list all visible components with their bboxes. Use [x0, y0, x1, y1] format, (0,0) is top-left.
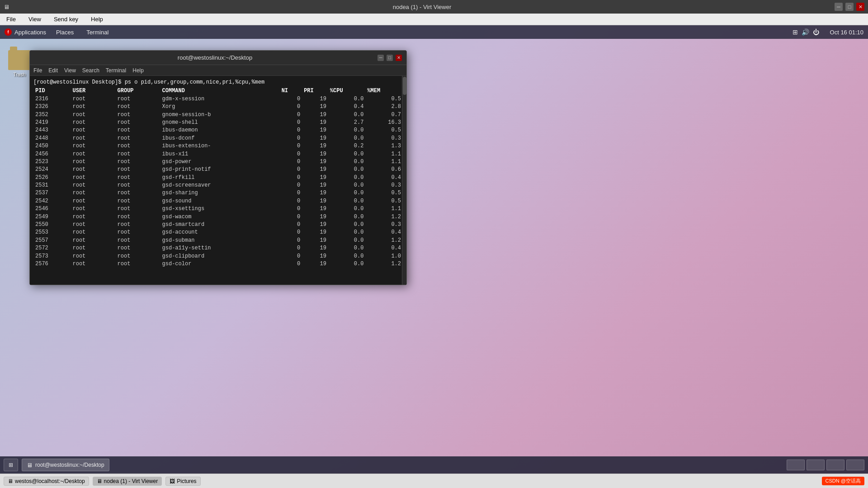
table-row: 2572rootrootgsd-a11y-settin0190.00.4	[33, 244, 403, 252]
table-row: 2456rootrootibus-x110190.01.1	[33, 150, 403, 158]
table-row: 2523rootrootgsd-power0190.01.1	[33, 158, 403, 166]
pictures-label: Pictures	[177, 478, 196, 484]
virt-task-label: nodea (1) - Virt Viewer	[104, 478, 158, 484]
show-desktop-icon: ⊞	[9, 462, 13, 468]
terminal-window-controls: ─ □ ✕	[377, 55, 402, 61]
table-row: 2537rootrootgsd-sharing0190.00.5	[33, 189, 403, 197]
panel-icons: ⊞ 🔊 ⏻	[793, 28, 819, 36]
window-controls: ─ □ ✕	[835, 3, 864, 11]
terminal-icon: 🖥	[8, 478, 13, 484]
indicator-box-4[interactable]	[846, 460, 864, 470]
applications-menu[interactable]: f Applications	[5, 28, 46, 36]
sendkey-menu[interactable]: Send key	[51, 15, 81, 23]
power-icon[interactable]: ⏻	[813, 28, 819, 36]
trash-label: Trash	[13, 72, 26, 77]
table-row: 2524rootrootgsd-print-notif0190.00.6	[33, 166, 403, 174]
col-header-mem: %MEM	[365, 87, 403, 95]
terminal-task-label: root@westoslinux:~/Desktop	[35, 462, 104, 468]
indicator-box-3[interactable]	[826, 460, 844, 470]
term-edit-menu[interactable]: Edit	[48, 67, 58, 74]
virt-viewer-menubar: File View Send key Help	[0, 14, 868, 25]
bottom-right: CSDN @空话高	[822, 477, 864, 485]
show-desktop-btn[interactable]: ⊞	[4, 459, 18, 471]
terminal-menu[interactable]: Terminal	[84, 28, 111, 37]
term-help-menu[interactable]: Help	[132, 67, 144, 74]
virt-icon: 🖥	[4, 4, 9, 10]
term-minimize-btn[interactable]: ─	[377, 55, 384, 61]
table-row: 2526rootrootgsd-rfkill0190.00.4	[33, 174, 403, 182]
col-header-ni: NI	[280, 87, 302, 95]
maximize-button[interactable]: □	[845, 3, 854, 11]
taskbar-indicators	[787, 460, 864, 470]
grid-icon[interactable]: ⊞	[793, 28, 798, 36]
terminal-task-icon: 🖥	[27, 462, 33, 469]
trash-icon-desktop[interactable]: Trash	[8, 50, 31, 77]
westos-label: westos@localhost:~/Desktop	[15, 478, 85, 484]
terminal-body[interactable]: [root@westoslinux Desktop]$ ps o pid,use…	[30, 76, 406, 285]
virt-viewer-window: 🖥 nodea (1) - Virt Viewer ─ □ ✕ File Vie…	[0, 0, 868, 488]
trash-folder-image	[8, 50, 31, 70]
col-header-pid: PID	[33, 87, 71, 95]
terminal-taskbar-item[interactable]: 🖥 root@westoslinux:~/Desktop	[22, 459, 109, 471]
table-row: 2542rootrootgsd-sound0190.00.5	[33, 197, 403, 205]
virt-viewer-title: nodea (1) - Virt Viewer	[9, 4, 835, 10]
guest-top-panel: f Applications Places Terminal ⊞ 🔊 ⏻ Oct…	[0, 25, 868, 39]
virt-viewer-taskbar: 🖥 westos@localhost:~/Desktop 🖥 nodea (1)…	[0, 474, 868, 488]
table-row: 2573rootrootgsd-clipboard0190.01.0	[33, 253, 403, 260]
table-row: 2448rootrootibus-dconf0190.00.3	[33, 135, 403, 142]
table-row: 2576rootrootgsd-color0190.01.2	[33, 260, 403, 268]
col-header-command: COMMAND	[160, 87, 280, 95]
table-row: 2450rootrootibus-extension-0190.21.3	[33, 142, 403, 150]
table-row: 2531rootrootgsd-screensaver0190.00.3	[33, 182, 403, 189]
table-row: 2550rootrootgsd-smartcard0190.00.3	[33, 221, 403, 229]
minimize-button[interactable]: ─	[835, 3, 843, 11]
indicator-box-1[interactable]	[787, 460, 805, 470]
virt-viewer-title-left: 🖥	[4, 4, 9, 10]
file-menu[interactable]: File	[4, 15, 19, 23]
virt-task-icon: 🖥	[97, 478, 102, 484]
col-header-group: GROUP	[116, 87, 160, 95]
guest-area: f Applications Places Terminal ⊞ 🔊 ⏻ Oct…	[0, 25, 868, 474]
terminal-menubar: File Edit View Search Terminal Help	[30, 65, 406, 76]
table-row: 2546rootrootgsd-xsettings0190.01.1	[33, 205, 403, 213]
clock: Oct 16 01:10	[830, 29, 863, 36]
places-menu[interactable]: Places	[53, 28, 76, 37]
terminal-prompt: [root@westoslinux Desktop]$ ps o pid,use…	[33, 79, 403, 86]
term-terminal-menu[interactable]: Terminal	[106, 67, 126, 74]
pictures-icon: 🖼	[170, 478, 175, 484]
term-view-menu[interactable]: View	[64, 67, 76, 74]
terminal-title: root@westoslinux:~/Desktop	[52, 54, 377, 61]
virt-viewer-taskbar-item[interactable]: 🖥 nodea (1) - Virt Viewer	[93, 477, 162, 486]
pictures-taskbar-item[interactable]: 🖼 Pictures	[165, 477, 200, 486]
terminal-scrollbar[interactable]	[402, 76, 406, 285]
westos-taskbar-item[interactable]: 🖥 westos@localhost:~/Desktop	[4, 477, 89, 486]
col-header-pri: PRI	[302, 87, 328, 95]
volume-icon[interactable]: 🔊	[802, 28, 809, 36]
col-header-user: USER	[71, 87, 116, 95]
table-row: 2326rootrootXorg0190.42.8	[33, 103, 403, 111]
table-row: 2352rootrootgnome-session-b0190.00.7	[33, 111, 403, 119]
scroll-thumb[interactable]	[403, 77, 406, 95]
table-row: 2443rootrootibus-daemon0190.00.5	[33, 127, 403, 134]
close-button[interactable]: ✕	[856, 3, 864, 11]
col-header-cpu: %CPU	[328, 87, 366, 95]
terminal-titlebar: root@westoslinux:~/Desktop ─ □ ✕	[30, 51, 406, 65]
applications-label[interactable]: Applications	[14, 29, 46, 36]
indicator-box-2[interactable]	[807, 460, 825, 470]
table-row: 2557rootrootgsd-subman0190.01.2	[33, 237, 403, 244]
term-search-menu[interactable]: Search	[82, 67, 99, 74]
table-row: 2549rootrootgsd-wacom0190.01.2	[33, 213, 403, 221]
term-close-btn[interactable]: ✕	[396, 55, 402, 61]
table-row: 2419rootrootgnome-shell0192.716.3	[33, 119, 403, 127]
terminal-window: root@westoslinux:~/Desktop ─ □ ✕ File Ed…	[29, 50, 407, 285]
csdn-badge: CSDN @空话高	[822, 477, 864, 485]
view-menu[interactable]: View	[26, 15, 44, 23]
table-row: 2553rootrootgsd-account0190.00.4	[33, 229, 403, 236]
process-table: PID USER GROUP COMMAND NI PRI %CPU %MEM …	[33, 87, 403, 268]
help-menu[interactable]: Help	[88, 15, 106, 23]
virt-viewer-titlebar: 🖥 nodea (1) - Virt Viewer ─ □ ✕	[0, 0, 868, 14]
term-file-menu[interactable]: File	[33, 67, 42, 74]
term-maximize-btn[interactable]: □	[387, 55, 393, 61]
guest-taskbar: ⊞ 🖥 root@westoslinux:~/Desktop	[0, 456, 868, 474]
table-row: 2316rootrootgdm-x-session0190.00.5	[33, 95, 403, 103]
